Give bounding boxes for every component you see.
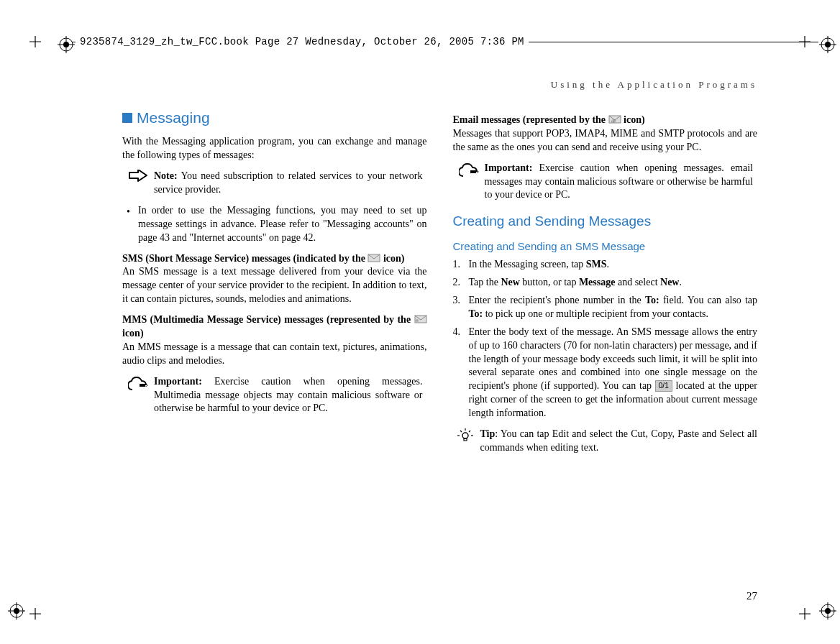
length-badge-icon: 0/1	[655, 380, 672, 392]
bullet-text: In order to use the Messaging functions,…	[138, 204, 427, 245]
important-block-right: Important: Exercise caution when opening…	[459, 162, 758, 203]
sms-body: An SMS message is a text message deliver…	[122, 265, 427, 306]
email-envelope-icon: @	[608, 114, 621, 123]
right-column: Email messages (represented by the @ ico…	[453, 108, 758, 455]
important-text-right: Important: Exercise caution when opening…	[485, 162, 754, 203]
svg-point-3	[825, 42, 831, 47]
step-4: 4. Enter the body text of the message. A…	[453, 326, 758, 420]
important-icon	[128, 375, 148, 392]
important-icon	[459, 162, 479, 179]
important-block-left: Important: Exercise caution when opening…	[128, 375, 427, 416]
step-2: 2. Tap the New button, or tap Message an…	[453, 276, 758, 290]
mms-body: An MMS message is a message that can con…	[122, 341, 427, 368]
svg-point-7	[825, 608, 831, 614]
important-text-left: Important: Exercise caution when opening…	[154, 375, 423, 416]
intro-text: With the Messaging application program, …	[122, 135, 427, 162]
registration-mark-top-right	[819, 36, 836, 53]
tip-text: Tip: You can tap Edit and select the Cut…	[480, 428, 758, 455]
bullet-item: • In order to use the Messaging function…	[127, 204, 427, 245]
h3-sms: Creating and Sending an SMS Message	[453, 239, 758, 254]
crop-mark-bottom-left	[29, 608, 41, 620]
crop-mark-bottom-right	[799, 608, 811, 620]
running-head: Using the Application Programs	[122, 79, 757, 91]
svg-point-13	[462, 433, 468, 438]
page-content: Using the Application Programs Messaging…	[122, 79, 757, 594]
bullet-dot: •	[127, 204, 131, 245]
framemaker-header: 9235874_3129_zh_tw_FCC.book Page 27 Wedn…	[72, 33, 818, 50]
email-heading: Email messages (represented by the @ ico…	[453, 114, 758, 127]
note-icon	[128, 170, 148, 187]
tip-block: Tip: You can tap Edit and select the Cut…	[457, 428, 758, 455]
sms-envelope-icon	[368, 253, 380, 262]
crop-mark-top-left	[29, 36, 41, 47]
lightbulb-icon	[457, 428, 475, 455]
note-block: Note: You need subscription to related s…	[128, 170, 427, 197]
h2-creating-sending: Creating and Sending Messages	[453, 212, 758, 231]
section-square-icon	[122, 113, 132, 123]
note-text: Note: You need subscription to related s…	[154, 170, 423, 197]
sms-heading: SMS (Short Message Service) messages (in…	[122, 252, 427, 266]
registration-mark-bottom-right	[819, 602, 836, 620]
svg-point-1	[63, 42, 69, 47]
step-1: 1. In the Messaging screen, tap SMS.	[453, 258, 758, 272]
svg-text:@: @	[611, 118, 616, 124]
page-number: 27	[747, 590, 757, 602]
left-column: Messaging With the Messaging application…	[122, 108, 427, 455]
mms-envelope-icon	[414, 314, 427, 323]
section-title-text: Messaging	[137, 108, 210, 128]
mms-heading: MMS (Multimedia Message Service) message…	[122, 313, 427, 341]
svg-point-5	[14, 608, 19, 614]
header-text: 9235874_3129_zh_tw_FCC.book Page 27 Wedn…	[76, 36, 529, 47]
svg-point-10	[416, 319, 419, 322]
svg-line-17	[460, 431, 462, 432]
svg-line-18	[469, 431, 470, 432]
registration-mark-bottom-left	[8, 602, 25, 620]
section-title-messaging: Messaging	[122, 108, 427, 128]
step-3: 3. Enter the recipient's phone number in…	[453, 294, 758, 321]
email-body: Messages that support POP3, IMAP4, MIME …	[453, 127, 758, 155]
